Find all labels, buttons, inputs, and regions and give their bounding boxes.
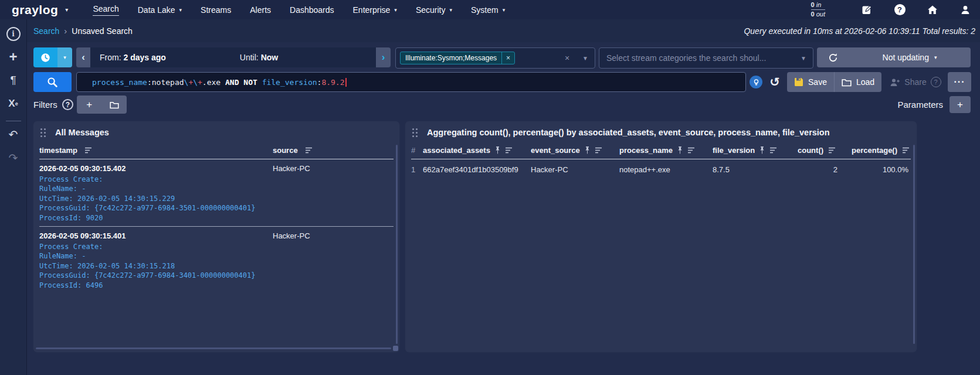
- streams-clear-icon[interactable]: ×: [565, 53, 569, 63]
- pin-icon[interactable]: [759, 146, 765, 154]
- widget-title: Aggregating count(), percentage() by ass…: [427, 128, 830, 137]
- home-icon[interactable]: [926, 4, 939, 16]
- column-header-percentage[interactable]: percentage(): [852, 146, 897, 155]
- parameters-label: Parameters: [897, 100, 943, 110]
- pin-icon[interactable]: [495, 146, 500, 154]
- save-button[interactable]: Save: [787, 72, 835, 92]
- user-icon[interactable]: [959, 4, 972, 16]
- column-header-count[interactable]: count(): [798, 146, 823, 155]
- nav-item-search[interactable]: Search: [83, 0, 128, 20]
- message-row[interactable]: 2026-02-05 09:30:15.402 Hacker-PC Proces…: [39, 159, 394, 227]
- sidebar-create-icon[interactable]: +: [0, 45, 26, 69]
- sort-icon[interactable]: [828, 147, 836, 154]
- more-actions-button[interactable]: ···: [948, 72, 971, 92]
- nav-item-dashboards[interactable]: Dashboards: [280, 1, 344, 19]
- timerange-caret-button[interactable]: ▾: [57, 47, 72, 67]
- refresh-interval-button[interactable]: Not updating ▾: [849, 47, 971, 67]
- column-header-process-name[interactable]: process_name: [619, 146, 673, 155]
- breadcrumb-search-link[interactable]: Search: [33, 26, 59, 36]
- message-preview: Process Create: RuleName: - UtcTime: 202…: [39, 175, 394, 223]
- message-timestamp: 2026-02-05 09:30:15.402: [39, 164, 273, 173]
- query-text: process_name:notepad\+\+.exe AND NOT fil…: [92, 78, 347, 87]
- add-filter-button[interactable]: +: [77, 96, 102, 114]
- horizontal-scrollbar[interactable]: [36, 347, 391, 349]
- stream-categories-select[interactable]: Select stream categories the search shou…: [599, 47, 813, 69]
- query-history-icon[interactable]: ↺: [767, 73, 782, 91]
- collapse-timerange-left[interactable]: ‹: [76, 47, 90, 67]
- pin-icon[interactable]: [677, 146, 683, 154]
- nav-item-streams[interactable]: Streams: [191, 1, 240, 19]
- categories-caret-down-icon: ▼: [801, 55, 806, 62]
- vertical-scrollbar[interactable]: [396, 145, 398, 344]
- nav-item-data-lake[interactable]: Data Lake▾: [128, 1, 191, 19]
- nav-item-security[interactable]: Security▾: [406, 1, 462, 19]
- all-messages-widget: All Messages timestamp source 2026-02-05…: [33, 121, 399, 352]
- help-icon[interactable]: ?: [893, 4, 906, 16]
- sidebar-formatting-icon[interactable]: ¶: [0, 69, 26, 92]
- add-parameter-button[interactable]: +: [950, 96, 971, 113]
- query-assistant-icon[interactable]: [750, 76, 762, 88]
- timerange-picker-button[interactable]: [33, 47, 57, 67]
- load-button[interactable]: Load: [835, 72, 881, 92]
- stream-chip-remove-icon[interactable]: ×: [501, 52, 514, 64]
- graylog-logo[interactable]: graylog: [12, 3, 58, 17]
- refresh-icon[interactable]: [817, 47, 849, 67]
- message-source: Hacker-PC: [273, 231, 394, 240]
- sort-icon[interactable]: [505, 147, 513, 154]
- cell-process-name[interactable]: notepad++.exe: [619, 165, 713, 174]
- streams-select[interactable]: Illuminate:Sysmon;Messages × × ▼: [395, 47, 595, 69]
- drag-handle-icon[interactable]: [412, 128, 418, 137]
- redo-icon[interactable]: ↷: [0, 146, 26, 169]
- nav-item-alerts[interactable]: Alerts: [240, 1, 280, 19]
- column-header-associated-assets[interactable]: associated_assets: [423, 146, 490, 155]
- column-header-index: #: [411, 146, 415, 155]
- compose-icon[interactable]: [860, 4, 873, 16]
- sort-icon[interactable]: [902, 147, 910, 154]
- cell-count[interactable]: 2: [798, 165, 852, 174]
- filters-help-icon[interactable]: ?: [62, 99, 73, 110]
- search-query-input[interactable]: process_name:notepad\+\+.exe AND NOT fil…: [76, 72, 746, 92]
- brand-caret-down-icon[interactable]: ▾: [65, 6, 68, 13]
- column-header-timestamp[interactable]: timestamp: [39, 146, 77, 155]
- throughput-counter[interactable]: 0 in 0 out: [811, 1, 825, 18]
- caret-down-icon: ▾: [179, 7, 182, 13]
- column-header-source[interactable]: source: [273, 146, 298, 155]
- cell-file-version[interactable]: 8.7.5: [713, 165, 798, 174]
- sort-icon[interactable]: [84, 147, 92, 154]
- breadcrumb-current: Unsaved Search: [72, 26, 133, 36]
- view-sidebar: i + ¶ Xe ↶ ↷: [0, 19, 27, 375]
- saved-filters-button[interactable]: [102, 96, 127, 114]
- nav-item-system[interactable]: System▾: [462, 1, 514, 19]
- cell-associated-assets[interactable]: 662a7eef3401df1b03509bf9: [423, 165, 531, 174]
- caret-down-icon: ▾: [394, 7, 397, 13]
- caret-down-icon: ▾: [63, 54, 66, 60]
- cell-event-source[interactable]: Hacker-PC: [531, 165, 619, 174]
- sidebar-fields-icon[interactable]: Xe: [0, 92, 26, 115]
- sort-icon[interactable]: [769, 147, 777, 154]
- run-search-button[interactable]: [33, 72, 72, 92]
- sort-icon[interactable]: [687, 147, 695, 154]
- undo-icon[interactable]: ↶: [0, 122, 26, 146]
- stream-chip-label: Illuminate:Sysmon;Messages: [401, 52, 501, 64]
- filter-buttons: +: [77, 96, 127, 114]
- column-header-file-version[interactable]: file_version: [713, 146, 755, 155]
- message-source: Hacker-PC: [273, 164, 394, 173]
- timerange-display[interactable]: From: 2 days ago Until: Now: [90, 47, 376, 67]
- nav-item-enterprise[interactable]: Enterprise▾: [344, 1, 406, 19]
- sidebar-description-icon[interactable]: i: [0, 19, 26, 43]
- message-row[interactable]: 2026-02-05 09:30:15.401 Hacker-PC Proces…: [39, 227, 394, 294]
- vertical-scrollbar[interactable]: [913, 145, 915, 344]
- column-header-event-source[interactable]: event_source: [531, 146, 580, 155]
- cell-percentage[interactable]: 100.0%: [852, 165, 911, 174]
- filters-label: Filters: [33, 96, 57, 114]
- caret-down-icon: ▾: [934, 54, 937, 60]
- sort-icon[interactable]: [595, 147, 602, 154]
- sort-icon[interactable]: [305, 147, 313, 154]
- drag-handle-icon[interactable]: [40, 128, 46, 137]
- folder-icon: [110, 101, 119, 109]
- pin-icon[interactable]: [585, 146, 590, 154]
- streams-caret-down-icon[interactable]: ▼: [582, 55, 588, 62]
- caret-down-icon: ▾: [503, 7, 506, 13]
- share-button[interactable]: Share ?: [887, 72, 944, 92]
- expand-timerange-right[interactable]: ›: [376, 47, 391, 67]
